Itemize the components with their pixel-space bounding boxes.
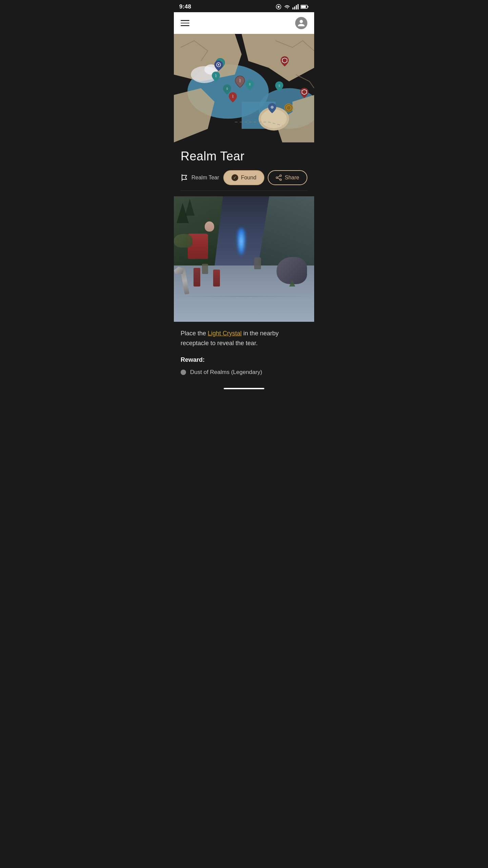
signal-icon [292, 4, 299, 9]
svg-point-25 [285, 104, 293, 112]
home-indicator[interactable] [224, 388, 264, 389]
svg-text:ᚱ: ᚱ [215, 74, 217, 78]
svg-text:ᚱ: ᚱ [239, 78, 241, 83]
svg-text:ᚱ: ᚱ [231, 94, 234, 98]
share-button[interactable]: Share [268, 170, 307, 185]
svg-point-1 [278, 6, 280, 8]
map-pin-blue-tree[interactable]: ⊕ [267, 102, 277, 115]
check-icon: ✓ [231, 174, 238, 181]
reward-dot [181, 370, 186, 375]
map-pin-selected[interactable]: ᚱ [235, 75, 245, 90]
content-section: Realm Tear Realm Tear ✓ Found [174, 142, 314, 196]
svg-rect-7 [308, 6, 309, 7]
menu-button[interactable] [181, 20, 189, 26]
svg-point-19 [218, 64, 219, 65]
mossy-rock-1 [174, 234, 192, 248]
map-pin-red-1[interactable] [280, 56, 289, 68]
wifi-icon [284, 4, 290, 9]
map-background: ⚡ ᚱ ᛟ [174, 34, 314, 142]
svg-text:⊕: ⊕ [270, 105, 274, 110]
profile-avatar-icon [297, 19, 305, 27]
svg-text:ᛟ: ᛟ [226, 86, 228, 91]
svg-point-30 [280, 175, 282, 177]
svg-rect-5 [298, 4, 299, 9]
status-bar: 9:48 [174, 0, 314, 12]
tree-2 [185, 199, 195, 216]
app-bar [174, 12, 314, 34]
share-label: Share [285, 175, 299, 181]
flag-icon [181, 174, 188, 181]
kratos-head [205, 221, 214, 232]
svg-text:ᛟ: ᛟ [278, 83, 280, 87]
location-title: Realm Tear [181, 149, 307, 163]
svg-point-32 [276, 177, 278, 179]
map-pin-red-2[interactable] [300, 87, 309, 100]
share-icon [276, 175, 282, 181]
notification-icon [276, 4, 282, 10]
svg-text:ᛟ: ᛟ [248, 82, 251, 86]
atreus-hint [202, 264, 208, 274]
svg-point-31 [280, 179, 282, 181]
status-icons [276, 4, 309, 10]
svg-rect-4 [296, 5, 297, 9]
location-type-label: Realm Tear [191, 175, 219, 181]
description-section: Place the Light Crystal in the nearby re… [174, 322, 314, 382]
found-button[interactable]: ✓ Found [223, 170, 264, 185]
svg-rect-2 [292, 7, 293, 9]
battery-icon [301, 4, 309, 9]
svg-rect-8 [301, 6, 306, 8]
reward-label: Reward: [181, 356, 307, 363]
description-text-before: Place the [181, 330, 208, 337]
map-pin-teal-bl[interactable]: ᛟ [222, 84, 232, 97]
map-container[interactable]: ⚡ ᚱ ᛟ [174, 34, 314, 142]
ground-line [174, 296, 314, 297]
hamburger-line-1 [181, 20, 189, 21]
found-label: Found [241, 175, 256, 181]
enemy-figure [254, 257, 261, 269]
svg-line-33 [278, 176, 280, 177]
bottom-nav [174, 382, 314, 395]
map-pin-4[interactable]: ᛟ [245, 79, 255, 92]
reward-item-1: Dust of Realms (Legendary) [181, 369, 307, 376]
divider [181, 191, 307, 191]
profile-button[interactable] [295, 17, 307, 29]
description-text: Place the Light Crystal in the nearby re… [181, 329, 307, 348]
map-pin-gold[interactable] [284, 103, 293, 114]
map-pin-teal-right[interactable]: ᛟ [274, 81, 284, 94]
hamburger-line-2 [181, 23, 189, 24]
map-pin-3[interactable]: ᚱ [211, 71, 221, 84]
hamburger-line-3 [181, 25, 189, 26]
kratos-leg-left [194, 268, 200, 287]
location-type: Realm Tear [181, 174, 219, 181]
kratos-leg-right [213, 270, 220, 287]
status-time: 9:48 [179, 3, 191, 10]
rock-right-large [277, 257, 307, 284]
location-meta: Realm Tear ✓ Found Share [181, 170, 307, 185]
game-screenshot [174, 196, 314, 322]
svg-line-34 [278, 178, 280, 179]
light-crystal-link[interactable]: Light Crystal [208, 330, 242, 337]
reward-item-name: Dust of Realms (Legendary) [190, 369, 262, 376]
svg-rect-3 [294, 6, 295, 9]
action-buttons: ✓ Found Share [223, 170, 307, 185]
game-scene [174, 196, 314, 322]
